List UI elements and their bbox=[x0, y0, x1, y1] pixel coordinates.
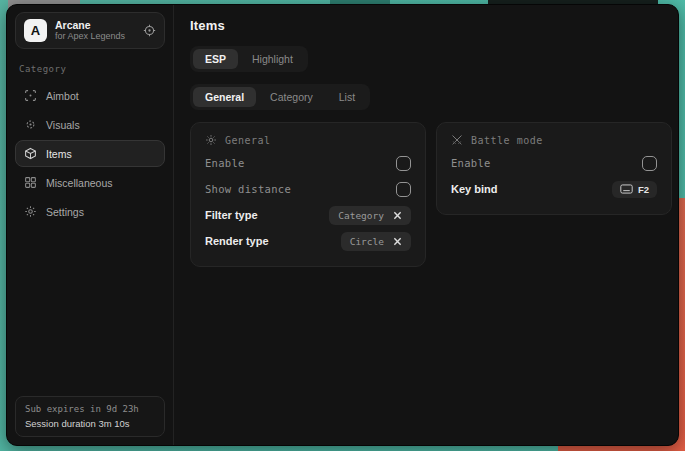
setting-row-enable: Enable bbox=[451, 150, 657, 176]
brand-logo: A bbox=[24, 19, 47, 42]
setting-label: Key bind bbox=[451, 183, 497, 195]
brand-card[interactable]: A Arcane for Apex Legends bbox=[15, 12, 165, 49]
keyboard-icon bbox=[620, 184, 633, 194]
sidebar-item-label: Aimbot bbox=[46, 90, 79, 102]
sidebar-item-label: Miscellaneous bbox=[46, 177, 113, 189]
gear-icon bbox=[24, 205, 37, 218]
crosshair-scan-icon bbox=[24, 89, 37, 102]
panel-title: Battle mode bbox=[471, 135, 543, 146]
eye-scan-icon bbox=[24, 118, 37, 131]
tab-highlight[interactable]: Highlight bbox=[240, 49, 305, 69]
show-distance-checkbox[interactable] bbox=[396, 182, 411, 197]
tab-general[interactable]: General bbox=[193, 87, 256, 107]
setting-label: Filter type bbox=[205, 209, 258, 221]
general-panel: General Enable Show distance Filter type… bbox=[190, 122, 426, 267]
sidebar-nav: Aimbot Visuals Items bbox=[15, 82, 165, 225]
battle-mode-panel: Battle mode Enable Key bind bbox=[436, 122, 672, 215]
tab-list[interactable]: List bbox=[327, 87, 367, 107]
sidebar-item-visuals[interactable]: Visuals bbox=[15, 111, 165, 138]
key-bind-value: F2 bbox=[638, 184, 649, 195]
filter-type-select[interactable]: Category bbox=[329, 206, 411, 225]
tab-category[interactable]: Category bbox=[258, 87, 325, 107]
grid-icon bbox=[24, 176, 37, 189]
main-content: Items ESP Highlight General Category Lis… bbox=[174, 5, 679, 445]
mode-tab-group: ESP Highlight bbox=[190, 46, 308, 72]
sub-expires-text: Sub expires in 9d 23h bbox=[25, 404, 155, 414]
sidebar-item-settings[interactable]: Settings bbox=[15, 198, 165, 225]
target-icon[interactable] bbox=[143, 24, 156, 37]
brand-name: Arcane bbox=[55, 19, 135, 31]
brand-text: Arcane for Apex Legends bbox=[55, 19, 135, 41]
close-icon[interactable] bbox=[393, 211, 402, 220]
setting-label: Enable bbox=[451, 157, 491, 169]
sidebar-section-label: Category bbox=[19, 64, 161, 74]
sidebar-item-label: Settings bbox=[46, 206, 84, 218]
sidebar: A Arcane for Apex Legends Category bbox=[7, 5, 174, 445]
battle-mode-panel-header: Battle mode bbox=[451, 134, 657, 146]
setting-label: Show distance bbox=[205, 183, 291, 195]
app-window: A Arcane for Apex Legends Category bbox=[6, 4, 679, 446]
sidebar-item-miscellaneous[interactable]: Miscellaneous bbox=[15, 169, 165, 196]
setting-row-show-distance: Show distance bbox=[205, 176, 411, 202]
setting-row-render-type: Render type Circle bbox=[205, 228, 411, 254]
general-panel-header: General bbox=[205, 134, 411, 146]
brand-subtitle: for Apex Legends bbox=[55, 31, 135, 41]
panels-row: General Enable Show distance Filter type… bbox=[190, 122, 672, 267]
close-icon[interactable] bbox=[393, 237, 402, 246]
filter-type-value: Category bbox=[338, 210, 384, 221]
setting-row-filter-type: Filter type Category bbox=[205, 202, 411, 228]
setting-row-key-bind: Key bind F2 bbox=[451, 176, 657, 202]
setting-row-enable: Enable bbox=[205, 150, 411, 176]
setting-label: Enable bbox=[205, 157, 245, 169]
render-type-select[interactable]: Circle bbox=[341, 232, 411, 251]
view-tab-group: General Category List bbox=[190, 84, 370, 110]
sidebar-item-label: Items bbox=[46, 148, 72, 160]
panel-title: General bbox=[225, 135, 271, 146]
swords-icon bbox=[451, 134, 463, 146]
sun-icon bbox=[205, 134, 217, 146]
sidebar-item-label: Visuals bbox=[46, 119, 80, 131]
enable-checkbox[interactable] bbox=[396, 156, 411, 171]
setting-label: Render type bbox=[205, 235, 269, 247]
subscription-info-card: Sub expires in 9d 23h Session duration 3… bbox=[15, 396, 165, 437]
sidebar-item-aimbot[interactable]: Aimbot bbox=[15, 82, 165, 109]
page-title: Items bbox=[190, 18, 672, 33]
key-bind-button[interactable]: F2 bbox=[612, 181, 657, 198]
tab-esp[interactable]: ESP bbox=[193, 49, 238, 69]
sidebar-item-items[interactable]: Items bbox=[15, 140, 165, 167]
package-icon bbox=[24, 147, 37, 160]
render-type-value: Circle bbox=[350, 236, 384, 247]
battle-enable-checkbox[interactable] bbox=[642, 156, 657, 171]
session-duration-text: Session duration 3m 10s bbox=[25, 418, 155, 429]
